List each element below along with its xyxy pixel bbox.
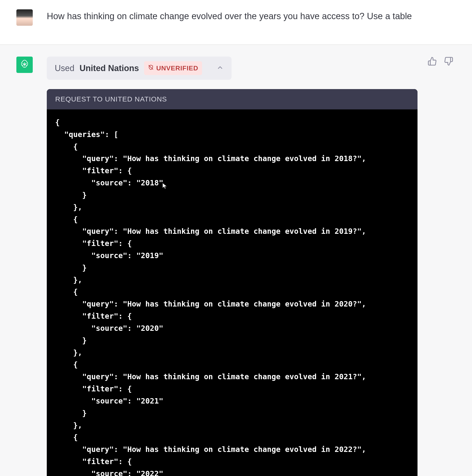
plugin-name: United Nations xyxy=(80,62,139,75)
message-user: How has thinking on climate change evolv… xyxy=(0,0,472,45)
shield-off-icon xyxy=(148,63,154,73)
message-assistant: Used United Nations UNVERIFIED xyxy=(0,45,472,476)
code-block-header: REQUEST TO UNITED NATIONS xyxy=(47,89,418,109)
thumbs-up-icon[interactable] xyxy=(428,57,437,67)
user-message-text: How has thinking on climate change evolv… xyxy=(47,9,433,26)
chevron-up-icon xyxy=(217,62,224,75)
plugin-used-prefix: Used xyxy=(55,62,74,75)
code-content: { "queries": [ { "query": "How has think… xyxy=(55,117,409,476)
openai-logo-icon xyxy=(19,59,30,70)
unverified-badge: UNVERIFIED xyxy=(144,61,202,75)
chat-container: How has thinking on climate change evolv… xyxy=(0,0,472,476)
avatar xyxy=(16,57,33,73)
avatar xyxy=(16,9,33,26)
code-block: REQUEST TO UNITED NATIONS { "queries": [… xyxy=(47,89,418,476)
code-block-body: { "queries": [ { "query": "How has think… xyxy=(47,109,418,476)
feedback-buttons xyxy=(428,57,453,67)
thumbs-down-icon[interactable] xyxy=(444,57,453,67)
plugin-used-pill[interactable]: Used United Nations UNVERIFIED xyxy=(47,57,231,80)
assistant-body: Used United Nations UNVERIFIED xyxy=(47,57,433,476)
unverified-badge-text: UNVERIFIED xyxy=(156,63,198,73)
